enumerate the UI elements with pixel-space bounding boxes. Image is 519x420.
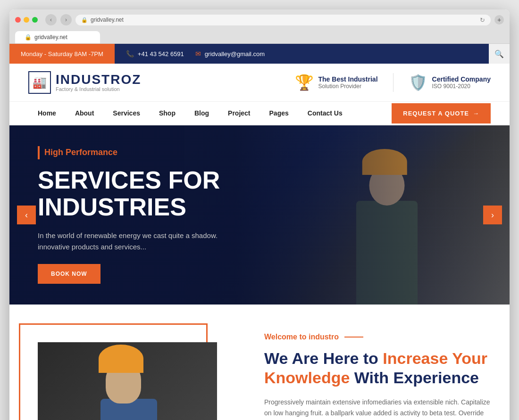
hero-description: In the world of renewable energy we cast… [38, 230, 220, 253]
hero-next-button[interactable]: › [483, 206, 502, 224]
about-title-part1: We Are Here to [264, 349, 383, 367]
browser-tabs: 🔒 gridvalley.net [15, 31, 504, 43]
about-tag-text: Welcome to industro [264, 333, 339, 341]
phone-icon: 📞 [126, 50, 134, 58]
new-tab-button[interactable]: + [494, 15, 504, 25]
hero-title: SERVICES FOR INDUSTRIES [38, 167, 220, 221]
lock-icon: 🔒 [81, 17, 88, 23]
business-hours: Monday - Saturday 8AM -7PM [9, 44, 115, 64]
welding-worker [38, 342, 217, 420]
back-button[interactable]: ‹ [45, 14, 57, 25]
close-button[interactable] [15, 17, 21, 23]
search-button[interactable]: 🔍 [489, 44, 510, 64]
tab-icon: 🔒 [25, 34, 32, 41]
hero-desc-line1: In the world of renewable energy we cast… [38, 230, 220, 241]
book-now-button[interactable]: BOOK NOW [38, 264, 100, 284]
tag-line-decoration [344, 337, 363, 338]
url-bar[interactable]: 🔒 gridvalley.net ↻ [75, 15, 491, 25]
cta-label: REQUEST A QUOTE [403, 110, 469, 117]
nav-project[interactable]: Project [218, 102, 260, 124]
site-header: 🏭 INDUSTROZ Factory & Industrial solutio… [9, 64, 510, 102]
about-image-column [28, 333, 236, 420]
shield-icon: 🛡️ [409, 74, 427, 91]
maximize-button[interactable] [32, 17, 38, 23]
badge2-title: Certified Company [432, 75, 491, 83]
email-icon: ✉ [195, 50, 201, 58]
nav-services[interactable]: Services [103, 102, 150, 124]
forward-button[interactable]: › [60, 14, 72, 25]
nav-pages[interactable]: Pages [260, 102, 298, 124]
nav-links: Home About Services Shop Blog Project Pa… [28, 102, 392, 124]
hero-title-line2: INDUSTRIES [38, 194, 220, 221]
trophy-icon: 🏆 [295, 74, 314, 91]
email-address: gridvalley@gmail.com [205, 50, 265, 58]
browser-window: ‹ › 🔒 gridvalley.net ↻ + 🔒 gridvalley.ne… [9, 9, 510, 420]
hero-content: High Performance SERVICES FOR INDUSTRIES… [9, 146, 248, 284]
request-quote-button[interactable]: REQUEST A QUOTE → [392, 103, 491, 124]
nav-home[interactable]: Home [28, 102, 66, 124]
badge1-sub: Solution Provider [318, 83, 378, 90]
about-title-part2: With Experience [350, 369, 479, 387]
active-tab[interactable]: 🔒 gridvalley.net [15, 31, 100, 43]
browser-chrome: ‹ › 🔒 gridvalley.net ↻ + 🔒 gridvalley.ne… [9, 9, 510, 44]
nav-blog[interactable]: Blog [185, 102, 218, 124]
best-industrial-badge: 🏆 The Best Industrial Solution Provider [295, 74, 378, 91]
website-content: Monday - Saturday 8AM -7PM 📞 +41 43 542 … [9, 44, 510, 420]
about-section: Welcome to industro We Are Here to Incre… [9, 305, 510, 420]
logo-tagline: Factory & Industrial solution [56, 86, 141, 92]
badge1-title: The Best Industrial [318, 75, 378, 83]
about-title: We Are Here to Increase Your Knowledge W… [264, 349, 491, 387]
certified-badge: 🛡️ Certified Company ISO 9001-2020 [409, 74, 491, 91]
header-badges: 🏆 The Best Industrial Solution Provider … [295, 73, 491, 92]
email-contact[interactable]: ✉ gridvalley@gmail.com [195, 50, 265, 58]
url-text: gridvalley.net [91, 16, 124, 23]
tab-title: gridvalley.net [34, 34, 67, 41]
logo-text: INDUSTROZ Factory & Industrial solution [56, 73, 141, 92]
about-image [38, 342, 217, 420]
hero-section: High Performance SERVICES FOR INDUSTRIES… [9, 125, 510, 305]
about-tag: Welcome to industro [264, 333, 491, 341]
hero-prev-button[interactable]: ‹ [17, 206, 36, 224]
logo-icon: 🏭 [28, 71, 51, 94]
hero-tag: High Performance [38, 146, 220, 159]
phone-contact[interactable]: 📞 +41 43 542 6591 [126, 50, 184, 58]
reload-icon[interactable]: ↻ [480, 16, 485, 24]
hero-desc-line2: innovative products and services... [38, 241, 220, 253]
top-bar: Monday - Saturday 8AM -7PM 📞 +41 43 542 … [9, 44, 510, 64]
minimize-button[interactable] [24, 17, 29, 23]
hero-tag-text: High Performance [44, 148, 117, 157]
nav-bar: Home About Services Shop Blog Project Pa… [9, 102, 510, 125]
logo[interactable]: 🏭 INDUSTROZ Factory & Industrial solutio… [28, 71, 141, 94]
cta-arrow: → [473, 110, 479, 117]
nav-shop[interactable]: Shop [150, 102, 185, 124]
search-icon: 🔍 [494, 49, 504, 58]
tag-bar [38, 146, 40, 159]
badge-divider [393, 73, 393, 92]
about-description: Progressively maintain extensive infomed… [264, 397, 491, 420]
contact-bar: 📞 +41 43 542 6591 ✉ gridvalley@gmail.com [115, 44, 489, 64]
hero-title-line1: SERVICES FOR [38, 167, 220, 194]
nav-about[interactable]: About [66, 102, 103, 124]
nav-contact[interactable]: Contact Us [298, 102, 352, 124]
phone-number: +41 43 542 6591 [138, 50, 184, 58]
badge2-sub: ISO 9001-2020 [432, 83, 491, 90]
logo-name: INDUSTROZ [56, 73, 141, 86]
about-text-column: Welcome to industro We Are Here to Incre… [264, 333, 491, 420]
